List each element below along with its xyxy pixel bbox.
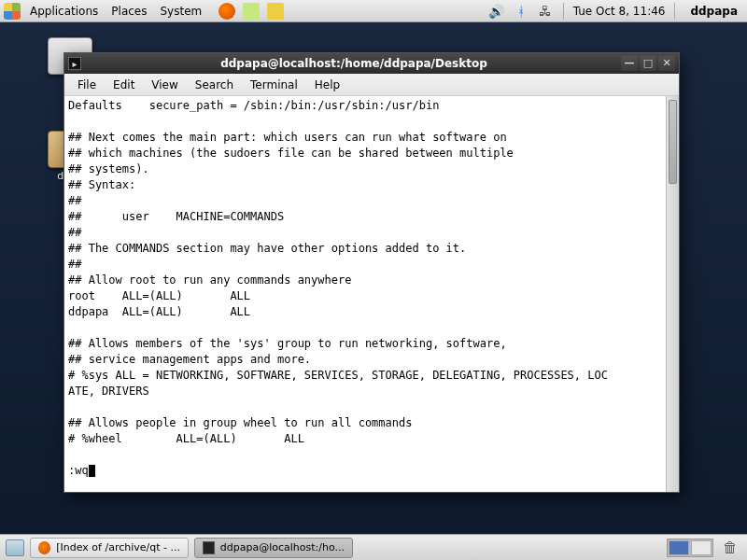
distro-icon[interactable]: [4, 3, 21, 20]
close-button[interactable]: ✕: [658, 56, 675, 71]
menu-view[interactable]: View: [144, 77, 185, 93]
separator: [674, 3, 675, 20]
menu-terminal[interactable]: Terminal: [243, 77, 305, 93]
workspace-1[interactable]: [669, 540, 689, 555]
workspace-switcher[interactable]: [667, 539, 713, 557]
bottom-panel: [Index of /archive/qt - ... ddpapa@local…: [0, 534, 747, 560]
show-desktop-button[interactable]: [6, 539, 24, 556]
workspace-2[interactable]: [691, 540, 712, 555]
menu-help[interactable]: Help: [307, 77, 347, 93]
minimize-button[interactable]: —: [621, 56, 638, 71]
maximize-button[interactable]: □: [640, 56, 656, 71]
window-titlebar[interactable]: ▸ ddpapa@localhost:/home/ddpapa/Desktop …: [64, 53, 679, 74]
top-panel: Applications Places System 🔊 ᚼ 🖧 Tue Oct…: [0, 0, 747, 22]
terminal-window: ▸ ddpapa@localhost:/home/ddpapa/Desktop …: [63, 52, 680, 493]
taskbar-item-label: ddpapa@localhost:/ho...: [220, 541, 345, 553]
firefox-launcher-icon[interactable]: [218, 3, 235, 20]
user-menu[interactable]: ddpapa: [684, 5, 743, 18]
trash-icon[interactable]: 🗑: [719, 539, 741, 556]
menu-system[interactable]: System: [154, 3, 207, 20]
taskbar-item-label: [Index of /archive/qt - ...: [56, 541, 180, 553]
scrollbar[interactable]: [666, 96, 679, 492]
bluetooth-icon[interactable]: ᚼ: [513, 3, 529, 20]
menu-places[interactable]: Places: [106, 3, 152, 20]
terminal-icon: [203, 541, 215, 554]
sticky-notes-launcher-icon[interactable]: [267, 3, 284, 20]
scrollbar-thumb[interactable]: [669, 100, 677, 184]
firefox-icon: [38, 541, 50, 554]
taskbar-item-firefox[interactable]: [Index of /archive/qt - ...: [30, 538, 189, 558]
terminal-content[interactable]: Defaults secure_path = /sbin:/bin:/usr/s…: [64, 96, 666, 492]
notes-launcher-icon[interactable]: [243, 3, 260, 20]
clock[interactable]: Tue Oct 8, 11:46: [573, 5, 666, 18]
network-icon[interactable]: 🖧: [537, 3, 554, 20]
separator: [563, 3, 564, 20]
window-title: ddpapa@localhost:/home/ddpapa/Desktop: [89, 57, 619, 70]
menu-file[interactable]: File: [70, 77, 104, 93]
volume-icon[interactable]: 🔊: [488, 3, 505, 20]
menu-applications[interactable]: Applications: [24, 3, 104, 20]
menu-edit[interactable]: Edit: [106, 77, 142, 93]
terminal-menubar: File Edit View Search Terminal Help: [64, 74, 679, 96]
terminal-icon: ▸: [68, 57, 81, 70]
menu-search[interactable]: Search: [188, 77, 241, 93]
taskbar-item-terminal[interactable]: ddpapa@localhost:/ho...: [194, 538, 353, 558]
